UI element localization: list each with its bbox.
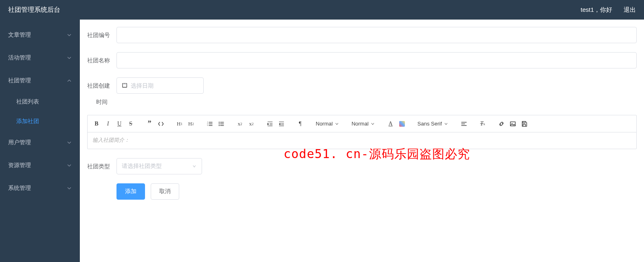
- sidebar-item-activity[interactable]: 活动管理: [0, 46, 80, 69]
- outdent-button[interactable]: [277, 119, 286, 129]
- sidebar-item-system[interactable]: 系统管理: [0, 177, 80, 200]
- date-input[interactable]: [131, 82, 202, 89]
- caret-icon: [334, 121, 339, 126]
- editor-toolbar: B I U S ” H1 H2 123 x2 x2: [88, 115, 636, 132]
- chevron-up-icon: [67, 78, 72, 83]
- h1-button[interactable]: H1: [175, 119, 185, 129]
- background-button[interactable]: [397, 119, 407, 129]
- h2-button[interactable]: H2: [186, 119, 196, 129]
- app-header: 社团管理系统后台 test1，你好 退出: [0, 0, 644, 20]
- underline-button[interactable]: U: [114, 119, 124, 129]
- app-title: 社团管理系统后台: [0, 6, 60, 14]
- sidebar-item-label: 用户管理: [8, 139, 31, 146]
- size-picker[interactable]: Normal: [314, 121, 341, 127]
- sidebar-item-label: 活动管理: [8, 54, 31, 62]
- svg-point-5: [219, 123, 220, 124]
- select-placeholder: 请选择社团类型: [122, 163, 162, 170]
- user-greeting[interactable]: test1，你好: [580, 6, 612, 14]
- sidebar-item-article[interactable]: 文章管理: [0, 24, 80, 46]
- submit-button[interactable]: 添加: [116, 183, 145, 200]
- align-button[interactable]: [459, 119, 469, 129]
- chevron-down-icon: [67, 33, 72, 37]
- sidebar-item-label: 文章管理: [8, 31, 31, 39]
- svg-point-4: [219, 121, 220, 122]
- caret-icon: [444, 121, 448, 126]
- indent-button[interactable]: [265, 119, 275, 129]
- main-content: 社团编号 社团名称 社团创建 时间: [80, 20, 644, 262]
- club-id-input[interactable]: [116, 27, 637, 43]
- club-type-label: 社团类型: [87, 158, 116, 174]
- superscript-button[interactable]: x2: [246, 119, 256, 129]
- created-time-label: 社团创建 时间: [87, 77, 116, 106]
- code-block-button[interactable]: [156, 119, 166, 129]
- chevron-down-icon: [67, 55, 72, 60]
- caret-icon: [370, 121, 375, 126]
- chevron-down-icon: [67, 163, 72, 168]
- sidebar-item-club-list[interactable]: 社团列表: [0, 92, 80, 112]
- sidebar-item-label: 社团管理: [8, 77, 31, 84]
- blockquote-button[interactable]: ”: [145, 119, 154, 129]
- header-picker[interactable]: Normal: [350, 121, 377, 127]
- svg-point-6: [219, 125, 220, 125]
- image-button[interactable]: [508, 119, 518, 129]
- bold-button[interactable]: B: [92, 119, 101, 129]
- editor-content[interactable]: 输入社团简介：: [88, 132, 636, 149]
- link-button[interactable]: [497, 119, 506, 129]
- logout-link[interactable]: 退出: [624, 6, 636, 14]
- cancel-button[interactable]: 取消: [151, 183, 179, 200]
- italic-button[interactable]: I: [103, 119, 113, 129]
- sidebar-item-label: 添加社团: [16, 118, 39, 125]
- save-button[interactable]: [519, 119, 529, 129]
- strike-button[interactable]: S: [126, 119, 136, 129]
- sidebar-item-user[interactable]: 用户管理: [0, 131, 80, 154]
- chevron-down-icon: [192, 164, 197, 169]
- svg-rect-7: [510, 122, 515, 126]
- ordered-list-button[interactable]: 123: [205, 119, 215, 129]
- sidebar-item-label: 系统管理: [8, 185, 31, 192]
- calendar-icon: [122, 82, 127, 89]
- sidebar: 文章管理 活动管理 社团管理 社团列表 添加社团 用户管理: [0, 20, 80, 262]
- svg-text:3: 3: [207, 124, 208, 126]
- sidebar-item-resource[interactable]: 资源管理: [0, 154, 80, 177]
- color-button[interactable]: A: [386, 119, 396, 129]
- sidebar-item-label: 资源管理: [8, 162, 31, 169]
- club-id-label: 社团编号: [87, 27, 116, 43]
- chevron-down-icon: [67, 186, 72, 191]
- sidebar-item-club[interactable]: 社团管理: [0, 69, 80, 92]
- club-name-label: 社团名称: [87, 52, 116, 68]
- bullet-list-button[interactable]: [216, 119, 226, 129]
- sidebar-item-club-add[interactable]: 添加社团: [0, 112, 80, 131]
- sidebar-submenu-club: 社团列表 添加社团: [0, 92, 80, 131]
- direction-button[interactable]: ¶: [295, 119, 305, 129]
- clean-button[interactable]: Tx: [478, 119, 488, 129]
- font-picker[interactable]: Sans Serif: [416, 121, 450, 127]
- chevron-down-icon: [67, 140, 72, 145]
- subscript-button[interactable]: x2: [235, 119, 245, 129]
- created-date-picker[interactable]: [116, 77, 204, 94]
- club-name-input[interactable]: [116, 52, 637, 68]
- rich-text-editor: B I U S ” H1 H2 123 x2 x2: [87, 115, 637, 149]
- svg-rect-0: [123, 83, 127, 87]
- club-type-select[interactable]: 请选择社团类型: [116, 158, 202, 174]
- sidebar-item-label: 社团列表: [16, 98, 39, 106]
